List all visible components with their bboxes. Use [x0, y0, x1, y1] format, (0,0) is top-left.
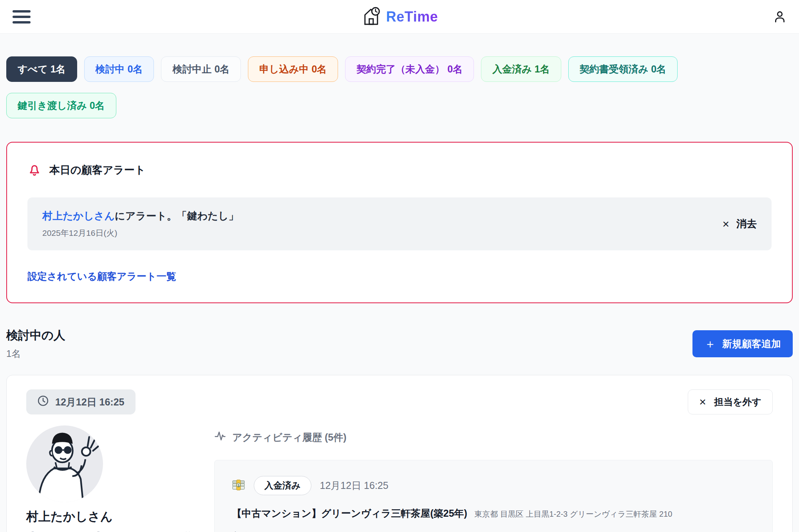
clock-icon [37, 395, 49, 409]
alert-item: 村上たかしさんにアラート。「鍵わたし」 2025年12月16日(火) × 消去 [27, 197, 772, 250]
hamburger-menu-icon[interactable] [13, 10, 31, 24]
app-title: ReTime [386, 9, 438, 25]
alert-panel-title: 本日の顧客アラート [49, 163, 146, 177]
filter-chip-contract-complete-unpaid[interactable]: 契約完了（未入金） 0名 [345, 56, 474, 82]
activity-time: 12月12日 16:25 [320, 479, 389, 492]
activity-history-title: アクティビティ履歴 (5件) [232, 431, 347, 444]
filter-chip-consideration-stopped[interactable]: 検討中止 0名 [161, 56, 241, 82]
customer-avatar [26, 425, 103, 502]
plus-icon: ＋ [704, 338, 716, 350]
money-banknote-icon: $ [232, 479, 245, 492]
bell-icon [27, 162, 42, 178]
filter-chip-contract-received[interactable]: 契約書受領済み 0名 [568, 56, 678, 82]
today-alert-panel: 本日の顧客アラート 村上たかしさんにアラート。「鍵わたし」 2025年12月16… [6, 142, 793, 303]
customer-property-label: 【中古マンション】グリーンヴィラ三軒茶屋(築25年) [26, 530, 191, 532]
customer-timestamp-chip: 12月12日 16:25 [26, 389, 136, 414]
app-logo: ReTime [361, 6, 438, 28]
customer-name: 村上たかしさん [26, 508, 191, 525]
close-icon: × [699, 396, 706, 408]
activity-property-address: 東京都 目黒区 上目黒1-2-3 グリーンヴィラ三軒茶屋 210 [474, 510, 672, 518]
alert-list-link[interactable]: 設定されている顧客アラート一覧 [27, 270, 176, 283]
user-account-icon[interactable] [773, 10, 786, 24]
unassign-label: 担当を外す [714, 396, 761, 408]
activity-item: $ 入金済み 12月12日 16:25 【中古マンション】グリーンヴィラ三軒茶屋… [214, 460, 773, 532]
activity-pulse-icon [214, 430, 226, 444]
customer-card: 12月12日 16:25 × 担当を外す [6, 375, 793, 532]
alert-message-text: にアラート。「鍵わたし」 [115, 210, 239, 222]
house-clock-icon [361, 6, 381, 28]
customer-timestamp: 12月12日 16:25 [55, 396, 125, 409]
filter-chip-key-handed-over[interactable]: 鍵引き渡し済み 0名 [6, 93, 116, 118]
close-icon: × [722, 218, 729, 230]
alert-message: 村上たかしさんにアラート。「鍵わたし」 [42, 209, 239, 223]
alert-date: 2025年12月16日(火) [42, 228, 239, 239]
status-filter-bar: すべて 1名 検討中 0名 検討中止 0名 申し込み中 0名 契約完了（未入金）… [0, 34, 799, 118]
status-badge: 入金済み [254, 476, 311, 495]
app-header: ReTime [0, 0, 799, 34]
activity-property-title: 【中古マンション】グリーンヴィラ三軒茶屋(築25年) [232, 508, 467, 519]
alert-customer-link[interactable]: 村上たかしさん [42, 210, 115, 222]
svg-text:$: $ [237, 483, 240, 487]
add-customer-label: 新規顧客追加 [722, 337, 781, 350]
considering-section-header: 検討中の人 1名 ＋ 新規顧客追加 [6, 328, 793, 360]
activity-description: 入金した。 [232, 530, 755, 532]
alert-dismiss-label: 消去 [736, 217, 757, 231]
filter-chip-considering[interactable]: 検討中 0名 [84, 56, 154, 82]
add-customer-button[interactable]: ＋ 新規顧客追加 [692, 330, 793, 357]
filter-chip-applying[interactable]: 申し込み中 0名 [248, 56, 338, 82]
alert-dismiss-button[interactable]: × 消去 [722, 217, 757, 231]
filter-chip-paid[interactable]: 入金済み 1名 [481, 56, 561, 82]
activity-history-header: アクティビティ履歴 (5件) [214, 430, 773, 444]
unassign-button[interactable]: × 担当を外す [688, 389, 773, 414]
section-count: 1名 [6, 347, 65, 360]
section-title: 検討中の人 [6, 328, 65, 344]
filter-chip-all[interactable]: すべて 1名 [6, 56, 77, 82]
